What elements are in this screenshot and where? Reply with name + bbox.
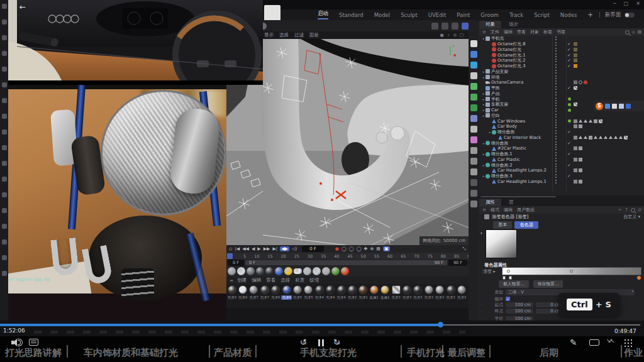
material-swatch[interactable]: 光泽3 (401, 285, 412, 308)
deformer-icon[interactable] (470, 147, 477, 154)
add-keyframe-icon[interactable]: ✚ (364, 246, 368, 251)
tag-tri-icon[interactable] (589, 119, 592, 123)
material-swatch[interactable]: 光泽4 (314, 285, 325, 308)
param-expander-icon[interactable]: ◦ (479, 317, 484, 321)
layer-dots-icon[interactable] (555, 163, 561, 167)
tag-tex-icon[interactable] (574, 86, 577, 90)
tool-icon[interactable] (2, 177, 7, 182)
array-icon[interactable] (470, 94, 477, 101)
material-swatch[interactable]: 光泽3 (456, 285, 467, 308)
layer-dots-icon[interactable] (555, 58, 561, 62)
vegetation-icon[interactable] (331, 267, 340, 275)
pill-icon[interactable] (294, 268, 302, 274)
close-icon[interactable]: ✕ (636, 1, 640, 6)
minimize-icon[interactable]: ─ (613, 1, 616, 6)
tree-row[interactable]: ▸产品支架 (479, 69, 644, 75)
om-menu-2[interactable]: 编辑 (504, 29, 513, 35)
tree-row[interactable]: ▸细分曲面✓ (479, 140, 644, 146)
enable-check-icon[interactable]: ✓ (567, 173, 570, 178)
timeline-ruler[interactable]: 51015202530354045505560657075808590 (226, 253, 469, 260)
enable-check-icon[interactable]: ✓ (567, 53, 570, 58)
goto-start-icon[interactable]: |◀ (235, 246, 240, 251)
tag-dark-icon[interactable] (574, 48, 577, 52)
recorder-overlay[interactable]: S (594, 101, 644, 111)
tag-dark-icon[interactable] (574, 53, 577, 57)
tag-F-icon[interactable] (574, 180, 577, 184)
add-layout-icon[interactable]: + (587, 11, 592, 18)
om-tab-1[interactable]: 对象 (479, 21, 501, 28)
tag-F-icon[interactable] (574, 146, 577, 150)
tag-tri-icon[interactable] (579, 119, 582, 123)
chapter-2[interactable]: 车内饰材质和基础打光 (84, 347, 178, 359)
material-swatch[interactable]: 光泽3 (434, 285, 445, 308)
dim-icon[interactable] (470, 179, 477, 186)
layout-tab-4[interactable]: Sculpt (401, 12, 418, 18)
search-icon[interactable] (631, 208, 635, 212)
text-icon[interactable] (470, 72, 477, 79)
param-expander-icon[interactable]: ◦ (479, 309, 484, 313)
tag-dark-icon[interactable] (574, 58, 577, 62)
range-bar[interactable]: 0 F 90 F (245, 260, 447, 265)
material-swatch[interactable]: 光泽8 (237, 285, 248, 308)
tag-sq-icon[interactable] (579, 146, 582, 150)
material-swatch[interactable]: 光泽4 (325, 285, 336, 308)
material-menu-1[interactable]: 创建 (237, 277, 247, 283)
layer-dots-icon[interactable] (555, 64, 561, 68)
cube-icon[interactable] (470, 51, 477, 58)
layer-dots-icon[interactable] (555, 146, 561, 150)
layout-tab-6[interactable]: Paint (457, 12, 470, 18)
tag-tri-icon[interactable] (614, 136, 618, 139)
tag-tex-icon[interactable] (624, 136, 628, 140)
camera-icon[interactable] (619, 104, 624, 109)
attr-tab-1[interactable]: 属性 (479, 199, 501, 206)
grid-icon[interactable] (624, 339, 632, 347)
material-swatch[interactable]: 光泽6 (270, 285, 281, 308)
forward-30-icon[interactable]: ↻30 (333, 337, 340, 347)
enable-check-icon[interactable]: ✓ (567, 85, 570, 90)
enable-check-icon[interactable]: ✓ (567, 47, 570, 52)
tree-row[interactable]: ▸细分曲面.3✓ (479, 173, 644, 179)
filter-icon[interactable]: ▤ (637, 30, 641, 35)
tool-icon[interactable] (2, 67, 7, 72)
chapter-6[interactable]: 最后调整 (448, 347, 486, 359)
viewport-menu-3[interactable]: 过滤 (294, 32, 304, 38)
layout-tab-7[interactable]: Groom (480, 12, 499, 18)
gradient-knot-icon[interactable] (570, 270, 573, 273)
up-icon[interactable]: ↑ (625, 207, 628, 212)
tag-F-icon[interactable] (574, 136, 577, 140)
hamburger-icon[interactable]: ≡ (230, 278, 233, 283)
layer-dots-icon[interactable] (555, 108, 561, 112)
param-field[interactable]: 100 cm (506, 302, 533, 307)
tree-row[interactable]: ▸产品 (479, 91, 644, 97)
layer-dots-icon[interactable] (555, 53, 561, 57)
material-menu-6[interactable]: 纹理 (309, 277, 319, 283)
tool-icon[interactable] (2, 82, 7, 87)
play-icon[interactable]: ▶ (257, 246, 260, 251)
pause-icon[interactable] (318, 339, 325, 346)
gradient-bar[interactable] (502, 267, 641, 275)
viewport-menu-2[interactable]: 选择 (279, 32, 289, 38)
tag-dark-icon[interactable] (574, 42, 577, 46)
tool-icon[interactable] (2, 192, 7, 197)
tag-sq-icon[interactable] (589, 136, 592, 140)
tag-tri-icon[interactable] (584, 136, 587, 139)
tag-sq-icon[interactable] (594, 119, 597, 123)
disable-icon[interactable]: ⊘ (453, 33, 457, 38)
chapter-8[interactable]: 作业 (624, 347, 643, 359)
tag-F-icon[interactable] (574, 158, 577, 162)
tool-icon[interactable] (2, 98, 7, 103)
tag-sq-icon[interactable] (579, 168, 582, 172)
om-menu-3[interactable]: 查看 (517, 29, 526, 35)
dim-icon[interactable] (470, 190, 477, 197)
param-expander-icon[interactable]: ◦ (479, 297, 484, 301)
tag-tex-icon[interactable] (574, 102, 577, 106)
enable-check-icon[interactable]: ✓ (567, 163, 570, 168)
om-menu-6[interactable]: 书签 (557, 29, 565, 35)
layer-dots-icon[interactable] (555, 180, 561, 184)
tool-icon[interactable] (2, 271, 7, 276)
tag-tri-icon[interactable] (604, 136, 608, 139)
enable-check-icon[interactable]: ✓ (567, 58, 570, 63)
viewport-menu-4[interactable]: 面板 (309, 32, 319, 38)
om-menu-4[interactable]: 对象 (530, 29, 539, 35)
shrink-icon[interactable]: ↘↖ (606, 337, 613, 344)
